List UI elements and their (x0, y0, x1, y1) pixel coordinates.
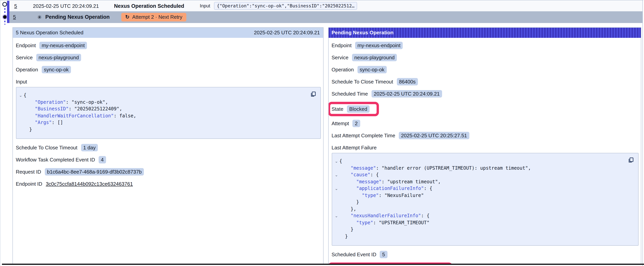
field-label: Workflow Task Completed Event ID (16, 157, 95, 163)
window-bottom-edge (2, 264, 644, 265)
field-value-badge: my-nexus-endpoint (355, 42, 403, 49)
json-line: ⌄{ (18, 92, 316, 99)
json-line: "BusinessID": "20250225122409", (18, 106, 316, 113)
pending-row-title: Pending Nexus Operation (45, 14, 110, 20)
history-rows: 5 2025-02-25 UTC 20:24:09.21 Nexus Opera… (9, 0, 643, 23)
pending-id-link[interactable]: 5 (13, 14, 22, 20)
field-endpoint: Endpoint my-nexus-endpoint (16, 41, 320, 50)
chevron-spacer (18, 113, 24, 119)
field-scheduled-event-id: Scheduled Event ID 5 (332, 250, 638, 258)
event-detail-timestamp: 2025-02-25 UTC 20:24:09.21 (254, 30, 320, 36)
json-line: "Operation": "sync-op-ok", (18, 99, 316, 106)
field-value-badge: 2025-02-25 UTC 20:24:09.21 (371, 90, 442, 98)
field-attempt: Attempt 2 (332, 119, 638, 128)
chevron-spacer (334, 226, 339, 233)
pending-nexus-operation-row[interactable]: 5 ✳ Pending Nexus Operation ↻ Attempt 2 … (9, 11, 643, 23)
field-label: Scheduled Event ID (332, 251, 376, 257)
json-line: "Args": [] (18, 119, 316, 126)
field-workflow-task-completed-event-id: Workflow Task Completed Event ID 4 (16, 156, 320, 164)
field-value-badge: 5 (380, 251, 387, 258)
json-line: } (334, 199, 633, 206)
field-value-badge: nexus-playground (36, 54, 81, 61)
field-label: Operation (16, 67, 38, 73)
endpoint-id-link[interactable]: 3c0c75ccfa8144b092c13ce632463761 (46, 181, 133, 187)
field-label: Endpoint (332, 43, 352, 48)
json-line: "type": "NexusFailure" (334, 192, 633, 199)
field-value-badge: my-nexus-endpoint (39, 42, 87, 49)
field-service: Service nexus-playground (332, 54, 638, 62)
selected-row-indicator (7, 1, 9, 23)
timeline-node-current-icon (2, 15, 7, 20)
json-line: "message": "handler error (UPSTREAM_TIME… (334, 165, 633, 172)
field-schedule-to-close-timeout: Schedule To Close Timeout 86400s (332, 78, 638, 86)
field-value-badge: sync-op-ok (42, 66, 71, 73)
field-value-badge: sync-op-ok (357, 66, 387, 73)
field-last-attempt-complete-time: Last Attempt Complete Time 2025-02-25 UT… (332, 131, 638, 140)
field-schedule-to-close-timeout: Schedule To Close Timeout 1 day (16, 144, 320, 152)
field-operation: Operation sync-op-ok (16, 66, 320, 74)
pending-operation-title: Pending Nexus Operation (332, 30, 394, 36)
field-label: Schedule To Close Timeout (332, 79, 393, 85)
field-service: Service nexus-playground (16, 54, 320, 62)
json-line: }, (334, 206, 633, 212)
input-json-viewer: ⌄{ "Operation": "sync-op-ok", "BusinessI… (16, 87, 321, 139)
chevron-spacer (334, 178, 339, 185)
copy-button[interactable] (309, 91, 317, 99)
event-timestamp: 2025-02-25 UTC 20:24:09.21 (33, 3, 100, 9)
chevron-spacer (334, 233, 339, 240)
field-endpoint: Endpoint my-nexus-endpoint (332, 41, 638, 50)
field-label: Scheduled Time (332, 91, 368, 97)
field-label: Attempt (332, 121, 349, 126)
state-value-badge: Blocked (347, 105, 370, 113)
field-endpoint-id: Endpoint ID 3c0c75ccfa8144b092c13ce63246… (16, 180, 320, 188)
collapse-chevron-icon[interactable]: ⌄ (18, 92, 24, 99)
pending-operation-header: Pending Nexus Operation (328, 28, 641, 38)
detail-panels: 5 Nexus Operation Scheduled 2025-02-25 U… (12, 27, 641, 264)
timeline-node-open-icon (2, 2, 7, 7)
field-value-badge: 86400s (397, 78, 418, 85)
collapse-chevron-icon[interactable]: ⌄ (334, 158, 339, 165)
field-label: Service (332, 55, 348, 61)
collapse-chevron-icon[interactable]: ⌄ (334, 185, 339, 192)
field-value-badge: 2 (352, 120, 360, 127)
json-line: } (334, 233, 633, 240)
event-input-label: Input (200, 3, 210, 9)
field-label: Last Attempt Complete Time (332, 133, 395, 138)
chevron-spacer (18, 126, 24, 133)
event-id-link[interactable]: 5 (14, 3, 24, 9)
json-line: "HandlerWaitForCancellation": false, (18, 113, 316, 119)
copy-button[interactable] (627, 156, 634, 165)
field-value-badge: nexus-playground (352, 54, 397, 61)
field-request-id: Request ID b1c6a4bc-8ee7-468a-9169-df3b0… (16, 168, 320, 176)
pending-operation-panel: Pending Nexus Operation Endpoint my-nexu… (328, 27, 641, 264)
field-value-badge: 4 (99, 156, 106, 163)
chevron-spacer (18, 99, 24, 106)
field-value-badge: 1 day (81, 144, 98, 151)
json-line: } (18, 126, 316, 133)
field-operation: Operation sync-op-ok (332, 66, 638, 74)
collapse-chevron-icon[interactable]: ⌄ (334, 172, 339, 178)
field-label: Operation (332, 67, 354, 73)
event-title: Nexus Operation Scheduled (114, 3, 184, 9)
attempt-badge-label: Attempt 2 · Next Retry (132, 14, 182, 20)
chevron-spacer (334, 199, 339, 206)
retry-icon: ↻ (125, 14, 130, 20)
chevron-spacer (334, 219, 339, 226)
chevron-spacer (18, 119, 24, 126)
temporal-event-history-view: 5 2025-02-25 UTC 20:24:09.21 Nexus Opera… (0, 0, 644, 266)
field-scheduled-time: Scheduled Time 2025-02-25 UTC 20:24:09.2… (332, 90, 638, 98)
event-input-preview-chip[interactable]: {"Operation":"sync-op-ok","BusinessID":"… (214, 2, 357, 10)
field-label: State (332, 106, 344, 112)
chevron-spacer (18, 106, 24, 113)
chevron-spacer (334, 206, 339, 212)
state-highlight-annotation: State Blocked (328, 102, 379, 116)
event-detail-header: 5 Nexus Operation Scheduled 2025-02-25 U… (13, 28, 323, 38)
failure-json-viewer: ⌄{ "message": "handler error (UPSTREAM_T… (332, 153, 638, 246)
event-row-nexus-operation-scheduled[interactable]: 5 2025-02-25 UTC 20:24:09.21 Nexus Opera… (9, 1, 643, 11)
copy-icon (628, 157, 634, 163)
chevron-spacer (334, 165, 339, 172)
json-line: ⌄{ (334, 158, 633, 165)
collapse-chevron-icon[interactable]: ⌄ (334, 212, 339, 219)
frame-left-border (0, 0, 0, 266)
frame-top-border (0, 0, 643, 1)
